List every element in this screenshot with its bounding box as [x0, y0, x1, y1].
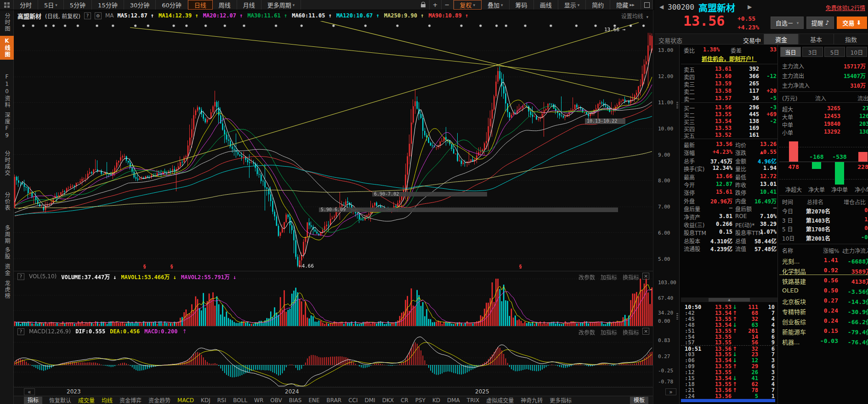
加指标-link[interactable]: 加指标	[601, 328, 617, 336]
indicator-tab-BOLL[interactable]: BOLL	[233, 397, 247, 404]
sector-row[interactable]: 北京板块0.27-14.3亿	[779, 297, 868, 305]
indicator-tab-成交量[interactable]: 成交量	[78, 396, 95, 404]
indicator-tab-KD[interactable]: KD	[432, 397, 440, 404]
sector-row[interactable]: OLED0.50-3.56亿	[779, 287, 868, 295]
fund-tab-3日[interactable]: 3日	[802, 47, 823, 57]
indicator-tab-CR[interactable]: CR	[401, 397, 408, 404]
period-tab-30分钟[interactable]: 30分钟	[124, 0, 156, 10]
sidebar-item-资金[interactable]: 资金	[0, 264, 14, 276]
sidebar-item-分时成交[interactable]: 分时成交	[0, 151, 14, 176]
ask-row[interactable]: 卖五13.61392	[681, 66, 777, 73]
bid-row[interactable]: 买四13.53169	[681, 125, 777, 132]
indicator-tab-资金趋势[interactable]: 资金趋势	[148, 396, 170, 404]
sidebar-item-多股[interactable]: 多股	[0, 247, 14, 260]
sidebar-item-深度F9[interactable]: 深度F9	[0, 112, 14, 140]
sector-row[interactable]: 创业板综0.24-66.2亿	[779, 317, 868, 325]
period-tab-日线[interactable]: 日线	[188, 0, 213, 10]
改参数-link[interactable]: 改参数	[579, 273, 595, 281]
prev-stock-arrow[interactable]: ◀	[659, 4, 664, 10]
bid-row[interactable]: 买五13.52161	[681, 132, 777, 139]
sidebar-item-分时图[interactable]: 分时图	[0, 13, 14, 32]
help-icon[interactable]: ?	[17, 273, 24, 280]
zoom-out-icon[interactable]: −	[442, 0, 454, 10]
indicator-tab-PSY[interactable]: PSY	[415, 397, 425, 404]
add-watchlist-button[interactable]: 自选－▾	[771, 17, 804, 29]
period-tab-60分钟[interactable]: 60分钟	[156, 0, 188, 10]
tool-复权[interactable]: 复权▾	[454, 0, 482, 10]
indicator-tab-更多指标[interactable]: 更多指标	[550, 396, 572, 404]
indicator-tab-KDJ[interactable]: KDJ	[201, 397, 210, 404]
sidebar-item-龙虎榜[interactable]: 龙虎榜	[0, 280, 14, 299]
bid-row[interactable]: 买三13.54138-2	[681, 118, 777, 125]
indicator-tab-WR[interactable]: WR	[254, 397, 263, 404]
换指标-link[interactable]: 换指标	[623, 328, 639, 336]
indicator-tab-DKX[interactable]: DKX	[382, 397, 394, 404]
gear-icon[interactable]: ⚙	[95, 12, 102, 19]
indicator-tab-均线[interactable]: 均线	[102, 396, 113, 404]
tool-隐藏[interactable]: 隐藏▶▶	[610, 0, 641, 10]
indicator-tab-CCI[interactable]: CCI	[348, 397, 357, 404]
zoom-in-icon[interactable]: +	[430, 0, 442, 10]
改参数-link[interactable]: 改参数	[579, 328, 595, 336]
sort-column[interactable]: 涨幅% ↓	[823, 247, 845, 254]
panel-tab-基本[interactable]: 基本	[799, 34, 833, 45]
period-tab-月线[interactable]: 月线	[237, 0, 261, 10]
indicator-tab-指标[interactable]: 指标	[24, 397, 42, 404]
ask-row[interactable]: 卖二13.58117+20	[681, 88, 777, 95]
sector-row[interactable]: 铁路基建0.564138万	[779, 277, 868, 285]
tick-scrollbar[interactable]: ▲	[681, 297, 777, 302]
panel-tab-资金[interactable]: 资金	[764, 34, 798, 45]
fund-tab-10日[interactable]: 10日	[846, 47, 867, 57]
app-menu-icon[interactable]	[0, 0, 14, 10]
sector-row[interactable]: 新能源车0.15-79.4亿	[779, 327, 868, 336]
加指标-link[interactable]: 加指标	[601, 273, 617, 281]
help-icon[interactable]: ?	[17, 328, 24, 335]
kline-canvas[interactable]	[14, 21, 653, 271]
换指标-link[interactable]: 换指标	[623, 273, 639, 281]
splitter-grip[interactable]	[676, 313, 678, 323]
bid-row[interactable]: 买一13.56296-3	[681, 104, 777, 112]
fullscreen-icon[interactable]	[641, 0, 653, 10]
tool-画线[interactable]: 画线	[534, 0, 558, 10]
indicator-tab-DMI[interactable]: DMI	[365, 397, 375, 404]
ask-row[interactable]: 卖一13.5736-5	[681, 95, 777, 102]
indicator-tab-TRIX[interactable]: TRIX	[467, 397, 479, 404]
next-stock-arrow[interactable]: ▶	[748, 4, 752, 10]
sidebar-item-F10资料[interactable]: F10资料	[0, 73, 14, 108]
indicator-tab-RSI[interactable]: RSI	[217, 397, 227, 404]
period-tab-5日[interactable]: 5日▾	[38, 0, 64, 10]
open-account-link[interactable]: 抓住机会，即刻开户！	[681, 55, 777, 62]
fund-tab-5日[interactable]: 5日	[824, 47, 845, 57]
tool-叠加[interactable]: 叠加▾	[482, 0, 510, 10]
alert-button[interactable]: 提醒♪	[806, 17, 834, 29]
ask-row[interactable]: 卖四13.60366-12	[681, 73, 777, 80]
sidebar-item-K线图[interactable]: K线图	[0, 36, 14, 60]
tick-scroll-thumb[interactable]: ▲	[709, 298, 750, 302]
sector-row[interactable]: 化学制品0.923589万	[779, 267, 868, 275]
scroll-right-button[interactable]: »	[665, 388, 676, 395]
ask-row[interactable]: 卖三13.59265	[681, 80, 777, 88]
period-tab-15分钟[interactable]: 15分钟	[92, 0, 124, 10]
sidebar-item-分价表[interactable]: 分价表	[0, 192, 14, 211]
tool-筹码[interactable]: 筹码	[510, 0, 534, 10]
sector-row[interactable]: 专精特新0.24-30.9亿	[779, 307, 868, 315]
sector-row[interactable]: 机器...-0.03-76.4亿	[779, 337, 868, 346]
panel-tab-指数[interactable]: 指数	[834, 34, 868, 45]
indicator-tab-OBV[interactable]: OBV	[270, 397, 282, 404]
scroll-left-button[interactable]: «	[24, 388, 35, 395]
sidebar-item-多周期[interactable]: 多周期	[0, 225, 14, 244]
indicator-tab-BRAR[interactable]: BRAR	[327, 397, 342, 404]
tool-显示[interactable]: 显示▾	[558, 0, 586, 10]
tool-简约[interactable]: 简约	[586, 0, 610, 10]
tick-bottom-scrollbar[interactable]	[681, 399, 775, 402]
indicator-tab-资金博弈[interactable]: 资金博弈	[119, 396, 142, 404]
indicator-tab-BIAS[interactable]: BIAS	[289, 397, 302, 404]
indicator-tab-神奇九转[interactable]: 神奇九转	[521, 396, 543, 404]
period-tab-5分钟[interactable]: 5分钟	[64, 0, 92, 10]
period-tab-周线[interactable]: 周线	[213, 0, 237, 10]
help-icon[interactable]: ?	[84, 12, 91, 19]
period-tab-分时[interactable]: 分时	[14, 0, 38, 10]
close-vol-pane-icon[interactable]: ×	[642, 273, 649, 280]
trade-button[interactable]: 交易⬇	[837, 17, 867, 29]
l2-promo-link[interactable]: 免费体验L2行情	[826, 4, 865, 11]
